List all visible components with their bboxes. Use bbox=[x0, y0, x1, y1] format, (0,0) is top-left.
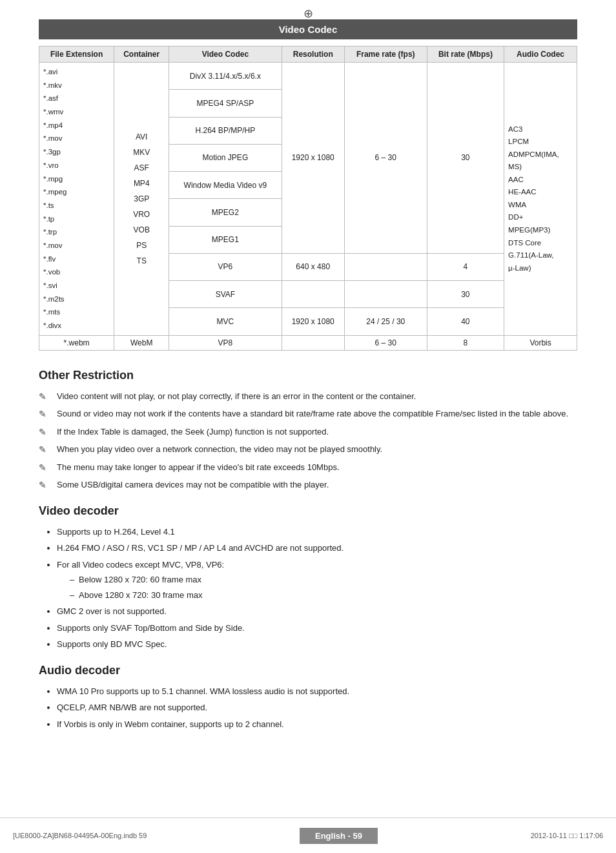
note-item: The menu may take longer to appear if th… bbox=[39, 461, 577, 474]
codec-vp8: VP8 bbox=[169, 335, 282, 350]
col-header-bitrate: Bit rate (Mbps) bbox=[427, 46, 504, 63]
footer-center: English - 59 bbox=[300, 828, 378, 844]
fps-empty1 bbox=[344, 253, 427, 280]
codec-mpeg1: MPEG1 bbox=[169, 226, 282, 253]
bullet-item: QCELP, AMR NB/WB are not supported. bbox=[57, 701, 577, 714]
codec-mpeg2: MPEG2 bbox=[169, 199, 282, 226]
table-row-webm: *.webm WebM VP8 6 – 30 8 Vorbis bbox=[39, 335, 577, 350]
codec-motionjpeg: Motion JPEG bbox=[169, 144, 282, 171]
other-restriction-list: Video content will not play, or not play… bbox=[39, 390, 577, 491]
footer-right: 2012-10-11 □□ 1:17:06 bbox=[531, 832, 603, 839]
bullet-item: Supports only SVAF Top/Bottom and Side b… bbox=[57, 622, 577, 635]
col-header-framerate: Frame rate (fps) bbox=[344, 46, 427, 63]
footer: [UE8000-ZA]BN68-04495A-00Eng.indb 59 Eng… bbox=[0, 817, 616, 853]
resolution-mvc: 1920 x 1080 bbox=[282, 308, 344, 335]
note-item: If the Index Table is damaged, the Seek … bbox=[39, 426, 577, 438]
container-webm: WebM bbox=[114, 335, 169, 350]
resolution-1920: 1920 x 1080 bbox=[282, 63, 344, 254]
col-header-container: Container bbox=[114, 46, 169, 63]
dash-item: Above 1280 x 720: 30 frame max bbox=[70, 589, 577, 602]
table-row: *.avi*.mkv*.asf*.wmv*.mp4*.mov*.3gp*.vro… bbox=[39, 63, 577, 90]
table-title: Video Codec bbox=[39, 19, 577, 39]
codec-wmv9: Window Media Video v9 bbox=[169, 172, 282, 199]
codec-mvc: MVC bbox=[169, 308, 282, 335]
col-header-audiocodec: Audio Codec bbox=[504, 46, 577, 63]
col-header-extension: File Extension bbox=[39, 46, 114, 63]
audio-codec-cell: AC3LPCMADMPCM(IMA,MS)AACHE-AACWMADD+MPEG… bbox=[504, 63, 577, 336]
bullet-item: If Vorbis is only in Webm container, sup… bbox=[57, 718, 577, 731]
fps-webm: 6 – 30 bbox=[344, 335, 427, 350]
note-item: Video content will not play, or not play… bbox=[39, 390, 577, 403]
codec-h264: H.264 BP/MP/HP bbox=[169, 117, 282, 144]
col-header-resolution: Resolution bbox=[282, 46, 344, 63]
ext-webm: *.webm bbox=[39, 335, 114, 350]
codec-svaf: SVAF bbox=[169, 281, 282, 308]
bullet-item: H.264 FMO / ASO / RS, VC1 SP / MP / AP L… bbox=[57, 542, 577, 555]
top-center-symbol: ⊕ bbox=[303, 6, 313, 21]
codec-vp6: VP6 bbox=[169, 253, 282, 280]
bitrate-mvc: 40 bbox=[427, 308, 504, 335]
resolution-webm bbox=[282, 335, 344, 350]
fps-empty2 bbox=[344, 281, 427, 308]
audio-webm: Vorbis bbox=[504, 335, 577, 350]
file-extensions-cell: *.avi*.mkv*.asf*.wmv*.mp4*.mov*.3gp*.vro… bbox=[39, 63, 114, 336]
note-item: Some USB/digital camera devices may not … bbox=[39, 478, 577, 491]
codec-mpeg4: MPEG4 SP/ASP bbox=[169, 90, 282, 117]
footer-left: [UE8000-ZA]BN68-04495A-00Eng.indb 59 bbox=[13, 832, 147, 839]
codec-table: File Extension Container Video Codec Res… bbox=[39, 46, 577, 351]
bullet-item: Supports only BD MVC Spec. bbox=[57, 638, 577, 651]
container-cell: AVIMKVASFMP43GPVROVOBPSTS bbox=[114, 63, 169, 336]
bitrate-30: 30 bbox=[427, 63, 504, 254]
note-item: When you play video over a network conne… bbox=[39, 443, 577, 456]
fps-mvc: 24 / 25 / 30 bbox=[344, 308, 427, 335]
video-decoder-list: Supports up to H.264, Level 4.1 H.264 FM… bbox=[39, 526, 577, 651]
bullet-item: WMA 10 Pro supports up to 5.1 channel. W… bbox=[57, 685, 577, 698]
audio-decoder-list: WMA 10 Pro supports up to 5.1 channel. W… bbox=[39, 685, 577, 731]
fps-6-30: 6 – 30 bbox=[344, 63, 427, 254]
bitrate-webm: 8 bbox=[427, 335, 504, 350]
bullet-item: Supports up to H.264, Level 4.1 bbox=[57, 526, 577, 539]
page-container: ⊕ Video Codec File Extension Container V… bbox=[0, 0, 616, 853]
sub-dash-list: Below 1280 x 720: 60 frame max Above 128… bbox=[57, 573, 577, 601]
note-item: Sound or video may not work if the conte… bbox=[39, 407, 577, 420]
codec-divx: DivX 3.11/4.x/5.x/6.x bbox=[169, 63, 282, 90]
audio-decoder-heading: Audio decoder bbox=[39, 664, 577, 677]
bullet-item: For all Video codecs except MVC, VP8, VP… bbox=[57, 559, 577, 602]
other-restriction-heading: Other Restriction bbox=[39, 369, 577, 382]
bullet-item: GMC 2 over is not supported. bbox=[57, 605, 577, 618]
resolution-empty1 bbox=[282, 281, 344, 308]
dash-item: Below 1280 x 720: 60 frame max bbox=[70, 573, 577, 586]
bitrate-30b: 30 bbox=[427, 281, 504, 308]
bitrate-4: 4 bbox=[427, 253, 504, 280]
col-header-videocodec: Video Codec bbox=[169, 46, 282, 63]
video-decoder-heading: Video decoder bbox=[39, 504, 577, 518]
resolution-640: 640 x 480 bbox=[282, 253, 344, 280]
